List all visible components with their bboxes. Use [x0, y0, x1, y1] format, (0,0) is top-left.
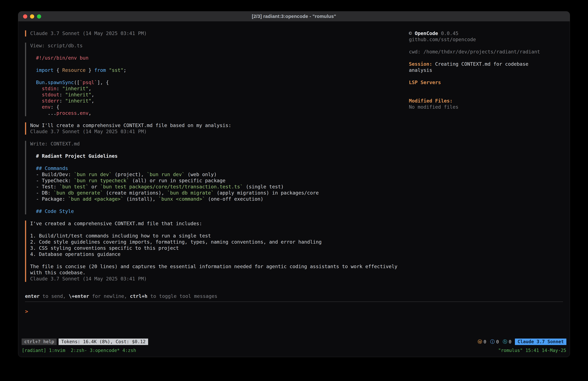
text-segment: "inherit" — [65, 98, 91, 104]
text-line: Session: Creating CONTEXT.md for codebas… — [409, 61, 563, 67]
text-line: stdin: "inherit", — [30, 86, 409, 92]
text-line: - Package: `bun add <package>` (install)… — [30, 196, 409, 202]
text-segment: (project), — [112, 172, 147, 177]
text-line — [30, 202, 409, 208]
status-bar-right: Ⓦ0ⓘ0ⓗ0 Claude 3.7 Sonnet — [474, 338, 566, 345]
text-segment: "inherit" — [65, 92, 91, 97]
text-segment: #!/usr/bin/env bun — [30, 55, 88, 61]
model-badge: Claude 3.7 Sonnet — [515, 338, 566, 345]
text-segment: : — [57, 86, 62, 91]
text-line: Now I'll create a comprehensive CONTEXT.… — [30, 122, 409, 129]
text-segment: : — [59, 92, 65, 97]
text-segment: 4. Database operations guidance — [30, 251, 121, 257]
window-title: [2/3] radiant:3:opencode - "romulus" — [252, 14, 336, 19]
text-line — [409, 92, 563, 98]
diagnostic-info: ⓘ0 — [490, 339, 499, 345]
text-segment: `psql` — [80, 80, 97, 85]
text-line — [30, 49, 409, 55]
status-bar: ctrl+? help Tokens: 16.4K (8%), Cost: $0… — [22, 338, 566, 345]
text-line: env: { — [30, 104, 409, 110]
info-icon: ⓘ — [490, 339, 495, 345]
text-line — [30, 159, 409, 165]
text-segment: \+enter — [69, 293, 89, 299]
text-line — [30, 73, 409, 79]
text-segment: Modified Files: — [409, 98, 453, 104]
message-block: Claude 3.7 Sonnet (14 May 2025 03:41 PM) — [25, 30, 409, 37]
text-segment: env — [80, 110, 88, 116]
tool-block: Write: CONTEXT.md # Radiant Project Guid… — [25, 141, 409, 214]
diagnostics: Ⓦ0ⓘ0ⓗ0 — [474, 339, 511, 345]
close-button[interactable] — [23, 14, 27, 19]
minimize-button[interactable] — [30, 14, 34, 19]
text-line: #!/usr/bin/env bun — [30, 55, 409, 61]
text-line: © OpenCode 0.0.45 — [409, 30, 563, 37]
text-segment: from — [94, 67, 106, 73]
text-segment: 2. Code style guidelines covering import… — [30, 239, 322, 245]
text-line: # Radiant Project Guidelines — [30, 153, 409, 159]
text-segment: . — [77, 110, 80, 116]
text-segment: stderr — [30, 98, 59, 104]
text-segment: github.com/sst/opencode — [409, 37, 476, 42]
text-segment: to toggle tool messages — [147, 293, 217, 299]
text-line — [30, 257, 409, 264]
conversation: Claude 3.7 Sonnet (14 May 2025 03:41 PM)… — [25, 30, 563, 293]
text-line: stderr: "inherit", — [30, 98, 409, 104]
diagnostic-hint: ⓗ0 — [503, 339, 511, 345]
text-line — [30, 227, 409, 233]
text-segment: Creating CONTEXT.md for codebase — [432, 61, 528, 67]
text-line: Claude 3.7 Sonnet (14 May 2025 03:41 PM) — [30, 129, 409, 135]
diagnostic-count: 0 — [496, 339, 499, 344]
text-segment: : { — [50, 104, 59, 110]
text-segment: Claude 3.7 Sonnet (14 May 2025 03:41 PM) — [30, 129, 147, 134]
text-segment: - Build/Dev: — [30, 172, 74, 177]
text-segment: Bun — [30, 80, 45, 85]
text-segment: env — [30, 104, 50, 110]
text-line: Modified Files: — [409, 98, 563, 104]
text-segment: import — [30, 67, 54, 73]
text-segment: ], { — [97, 80, 109, 85]
text-line: - Build/Dev: `bun run dev` (project), `b… — [30, 171, 409, 178]
text-segment: `bun run typecheck` — [74, 178, 129, 183]
text-segment: process — [57, 110, 77, 116]
diagnostic-count: 0 — [509, 339, 511, 344]
text-segment: (all) or run in specific package — [129, 178, 225, 183]
text-segment: , — [88, 86, 91, 91]
sidebar: © OpenCode 0.0.45github.com/sst/opencode… — [409, 30, 563, 293]
prompt-input[interactable]: > — [25, 302, 563, 338]
text-segment: Session: — [409, 61, 432, 67]
text-segment: `bun db generate` — [54, 190, 103, 196]
text-segment: `bun test packages/core/test/transaction… — [100, 184, 243, 190]
text-segment: Now I'll create a comprehensive CONTEXT.… — [30, 123, 231, 128]
text-segment: to send, — [40, 293, 69, 299]
diagnostic-count: 0 — [483, 339, 486, 344]
text-segment: View: script/db.ts — [30, 43, 83, 48]
text-segment: ctrl+h — [130, 293, 147, 299]
warn-icon: Ⓦ — [478, 339, 482, 345]
text-line — [30, 61, 409, 67]
text-line: Claude 3.7 Sonnet (14 May 2025 03:41 PM) — [30, 276, 409, 282]
text-segment: 3. CSS styling conventions specific to t… — [30, 245, 179, 251]
terminal-window: [2/3] radiant:3:opencode - "romulus" Cla… — [18, 11, 570, 357]
text-segment: - DB: — [30, 190, 54, 196]
text-segment: `bun test` — [59, 184, 89, 190]
text-segment: with this codebase. — [30, 270, 85, 275]
text-line: - DB: `bun db generate` (create migratio… — [30, 190, 409, 196]
text-segment: LSP Servers — [409, 80, 441, 85]
text-segment: cwd: /home/thdxr/dev/projects/radiant/ra… — [409, 49, 540, 55]
window-titlebar[interactable]: [2/3] radiant:3:opencode - "romulus" — [18, 11, 570, 22]
text-segment: `bun run dev` — [147, 172, 185, 177]
diagnostic-warn: Ⓦ0 — [478, 339, 486, 345]
text-segment: } — [85, 67, 94, 73]
tmux-status-bar: [radiant] 1:nvim 2:zsh- 3:opencode* 4:zs… — [22, 347, 566, 353]
conversation-main: Claude 3.7 Sonnet (14 May 2025 03:41 PM)… — [25, 30, 409, 293]
text-segment: , — [88, 110, 91, 116]
text-segment: Claude 3.7 Sonnet (14 May 2025 03:41 PM) — [30, 30, 147, 36]
text-line — [409, 43, 563, 49]
zoom-button[interactable] — [37, 14, 41, 19]
text-segment: © — [409, 30, 415, 36]
text-line: 4. Database operations guidance — [30, 251, 409, 257]
text-line: 2. Code style guidelines covering import… — [30, 239, 409, 245]
text-line: ...process.env, — [30, 110, 409, 116]
text-segment: `bun add <package>` — [68, 196, 124, 202]
tokens-cost-badge: Tokens: 16.4K (8%), Cost: $0.12 — [59, 338, 148, 345]
